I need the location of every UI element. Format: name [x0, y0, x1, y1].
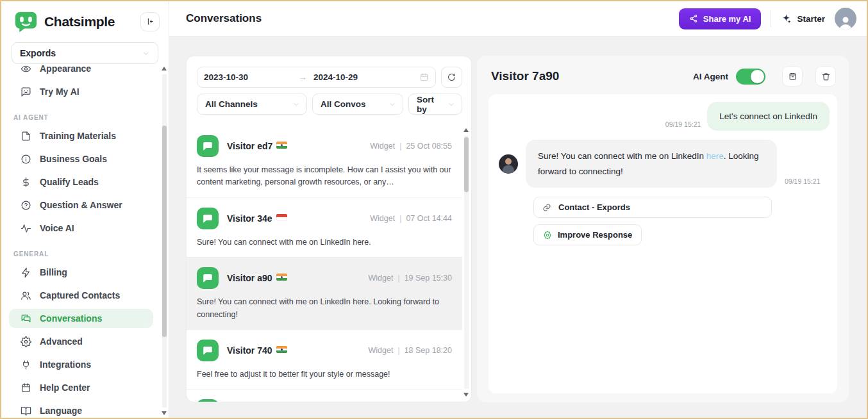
sidebar-item-help-center[interactable]: Help Center	[9, 378, 153, 397]
sidebar-item-billing[interactable]: Billing	[9, 263, 153, 282]
sidebar-item-language[interactable]: Language	[9, 401, 153, 418]
ai-agent-label: AI Agent	[693, 72, 728, 81]
sidebar-item-label: Help Center	[40, 382, 90, 393]
visitor-title: Visitor 7a90	[491, 69, 685, 83]
brand-name: Chatsimple	[44, 14, 134, 29]
sidebar-item-voice-ai[interactable]: Voice AI	[9, 218, 153, 238]
sidebar-item-captured-contacts[interactable]: Captured Contacts	[9, 286, 153, 305]
sidebar-item-label: Question & Answer	[40, 200, 122, 210]
sidebar-item-label: Captured Contacts	[40, 290, 120, 300]
date-start-value[interactable]: 2023-10-30	[204, 72, 298, 82]
scroll-down-icon[interactable]	[162, 411, 167, 415]
link-icon	[542, 203, 551, 212]
scroll-up-icon[interactable]	[162, 67, 167, 70]
sidebar-item-label: Try My AI	[40, 86, 79, 97]
scrollbar-thumb[interactable]	[464, 137, 469, 192]
user-avatar[interactable]	[835, 8, 856, 29]
sidebar-header: Chatsimple	[1, 1, 169, 40]
section-label-general: GENERAL	[1, 242, 161, 263]
refresh-icon	[447, 72, 456, 82]
channels-filter-value: All Channels	[205, 99, 288, 109]
list-scrollbar[interactable]	[463, 128, 469, 397]
chatsimple-app: Chatsimple Expords Appearance Try My AI	[0, 0, 868, 419]
delete-button[interactable]	[815, 66, 836, 86]
chat-bubble-icon	[197, 208, 219, 229]
sidebar-item-integrations[interactable]: Integrations	[9, 355, 153, 374]
conversation-meta: Widget|19 Sep 15:30	[368, 274, 457, 283]
sort-by-select[interactable]: Sort by	[408, 94, 462, 115]
chevron-down-icon	[142, 49, 150, 58]
sidebar-item-question-answer[interactable]: Question & Answer	[9, 195, 153, 215]
sidebar-collapse-button[interactable]	[140, 12, 160, 31]
scrollbar-thumb[interactable]	[162, 126, 167, 337]
sidebar-scrollbar[interactable]	[162, 67, 167, 415]
conversation-list-item[interactable]: Visitor 740 Widget|18 Sep 18:20 Feel fre…	[187, 329, 462, 389]
detail-header: Visitor 7a90 AI Agent	[477, 56, 849, 94]
sidebar-item-try-my-ai[interactable]: Try My AI	[9, 82, 153, 101]
agent-avatar	[499, 154, 518, 174]
scroll-up-icon[interactable]	[463, 128, 469, 132]
lightning-icon	[21, 267, 31, 278]
sidebar-item-appearance[interactable]: Appearance	[9, 65, 153, 78]
workspace-name: Expords	[20, 48, 142, 58]
collapse-icon	[146, 17, 155, 26]
linkedin-link[interactable]: here	[706, 151, 724, 161]
plan-badge[interactable]: Starter	[781, 13, 825, 24]
channels-filter-select[interactable]: All Channels	[197, 94, 307, 115]
country-flag-icon	[276, 346, 287, 353]
header-divider	[771, 10, 771, 27]
scroll-down-icon[interactable]	[463, 393, 469, 397]
share-my-ai-button[interactable]: Share my AI	[679, 8, 762, 29]
sidebar-item-qualify-leads[interactable]: Qualify Leads	[9, 172, 153, 192]
conversation-list-item[interactable]: Visitor d4a Widget|17 Sep 11:00	[187, 389, 462, 402]
country-flag-icon	[276, 142, 287, 149]
sidebar-item-business-goals[interactable]: Business Goals	[9, 149, 153, 168]
convos-filter-select[interactable]: All Convos	[312, 94, 403, 115]
share-icon	[689, 14, 698, 23]
date-end-value[interactable]: 2024-10-29	[313, 72, 419, 82]
contact-button-label: Contact - Expords	[558, 202, 630, 212]
conversations-icon	[21, 313, 31, 324]
message-preview: It seems like your message is incomplete…	[197, 164, 452, 189]
chevron-down-icon	[388, 101, 396, 108]
user-message-bubble: Let's connect on LinkedIn	[707, 102, 830, 131]
users-icon	[21, 290, 31, 301]
date-range-input[interactable]: 2023-10-30 → 2024-10-29	[197, 67, 436, 88]
convos-filter-value: All Convos	[321, 99, 385, 109]
improve-response-button[interactable]: Improve Response	[533, 224, 642, 245]
plan-label: Starter	[797, 14, 825, 24]
sidebar-item-label: Business Goals	[40, 154, 107, 164]
calendar-icon	[21, 382, 31, 393]
refresh-button[interactable]	[441, 67, 462, 88]
contact-expords-button[interactable]: Contact - Expords	[533, 197, 772, 218]
conversation-list-item[interactable]: Visitor ed7 Widget|25 Oct 08:55 It seems…	[187, 126, 462, 197]
header-actions: Share my AI Starter	[679, 8, 856, 29]
filters: 2023-10-30 → 2024-10-29	[187, 56, 471, 115]
agent-message-row: Sure! You can connect with me on LinkedI…	[496, 140, 830, 188]
sidebar-item-advanced[interactable]: Advanced	[9, 332, 153, 351]
chevron-down-icon	[292, 101, 300, 108]
visitor-name: Visitor ed7	[227, 141, 287, 151]
sparkle-icon	[781, 13, 792, 24]
sidebar-item-label: Language	[40, 406, 82, 416]
sidebar-item-training-materials[interactable]: Training Materials	[9, 126, 153, 145]
workspace-selector[interactable]: Expords	[12, 42, 158, 64]
conversation-list-panel: 2023-10-30 → 2024-10-29	[186, 56, 472, 402]
dollar-icon	[21, 177, 31, 188]
chat-face-icon	[21, 86, 31, 97]
sidebar-item-label: Billing	[40, 267, 67, 277]
sidebar-nav: Appearance Try My AI AI AGENT Training M…	[1, 65, 161, 418]
conversation-list-item-selected[interactable]: Visitor a90 Widget|19 Sep 15:30 Sure! Yo…	[187, 257, 462, 329]
conversation-list: Visitor ed7 Widget|25 Oct 08:55 It seems…	[187, 126, 462, 402]
agent-message-bubble: Sure! You can connect with me on LinkedI…	[526, 140, 777, 188]
message-timestamp: 09/19 15:21	[785, 177, 820, 188]
waveform-icon	[21, 223, 31, 234]
sidebar-item-conversations[interactable]: Conversations	[9, 309, 153, 328]
sidebar-item-label: Training Materials	[40, 131, 116, 141]
ai-agent-toggle[interactable]	[736, 69, 765, 85]
chat-bubble-icon	[197, 399, 219, 402]
user-message-row: 09/19 15:21 Let's connect on LinkedIn	[496, 102, 830, 131]
conversation-meta: Widget|07 Oct 14:44	[370, 214, 457, 223]
conversation-list-item[interactable]: Visitor 34e Widget|07 Oct 14:44 Sure! Yo…	[187, 197, 462, 257]
archive-button[interactable]	[782, 66, 803, 86]
